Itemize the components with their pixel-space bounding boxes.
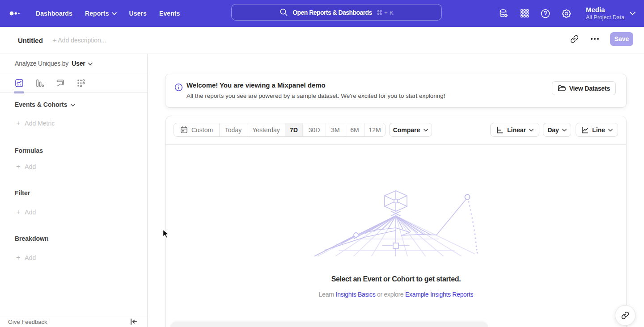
bar-chart-icon (35, 79, 44, 88)
chevron-down-icon (529, 129, 534, 132)
add-breakdown-button[interactable]: + Add (16, 252, 36, 263)
project-scope: All Project Data (586, 14, 624, 21)
range-6m[interactable]: 6M (345, 123, 364, 136)
top-nav-items: Dashboards Reports Users Events (36, 0, 180, 27)
range-3m-label: 3M (331, 126, 339, 134)
add-filter-button[interactable]: + Add (16, 207, 36, 218)
range-today[interactable]: Today (220, 123, 247, 136)
add-formula-label: Add (25, 163, 36, 170)
range-30d[interactable]: 30D (303, 123, 326, 136)
plus-icon: + (16, 119, 20, 127)
search-shortcut: ⌘ + K (377, 9, 394, 16)
nav-reports-label: Reports (85, 10, 109, 17)
learn-label: Learn (319, 291, 336, 298)
range-today-label: Today (225, 126, 242, 134)
project-name: Media (586, 6, 624, 14)
add-formula-button[interactable]: + Add (16, 161, 36, 172)
plus-icon: + (16, 163, 20, 171)
analyze-by-control[interactable]: Analyze Uniques by User (15, 54, 93, 73)
filter-title-label: Filter (15, 189, 30, 197)
range-custom[interactable]: Custom (174, 123, 220, 136)
folder-open-icon (558, 85, 566, 92)
tab-retention-grid[interactable] (76, 79, 85, 88)
chevron-down-icon (424, 129, 428, 132)
chevron-down-icon (71, 104, 75, 107)
breakdown-section-title: Breakdown (15, 233, 48, 244)
range-3m[interactable]: 3M (326, 123, 345, 136)
chart-controls-row: Custom Today Yesterday 7D 30D 3M 6M 12M … (174, 123, 618, 137)
chart-card: Custom Today Yesterday 7D 30D 3M 6M 12M … (165, 116, 627, 327)
formulas-title-label: Formulas (15, 147, 43, 154)
compare-button[interactable]: Compare (389, 123, 432, 137)
range-yesterday[interactable]: Yesterday (247, 123, 285, 136)
chart-type-dropdown[interactable]: Line (576, 123, 618, 137)
collapse-sidebar-icon[interactable] (130, 316, 137, 327)
query-sidebar: Analyze Uniques by User (0, 54, 148, 327)
empty-state-illustration (311, 190, 481, 258)
data-management-icon[interactable] (493, 0, 514, 27)
global-search[interactable]: Open Reports & Dashboards ⌘ + K (231, 4, 442, 21)
search-icon (280, 8, 288, 17)
nav-events[interactable]: Events (159, 10, 180, 17)
add-filter-label: Add (25, 209, 36, 216)
view-datasets-button[interactable]: View Datasets (552, 81, 616, 95)
range-7d[interactable]: 7D (285, 123, 303, 136)
range-6m-label: 6M (350, 126, 359, 134)
divider (166, 144, 626, 145)
chevron-down-icon (562, 129, 567, 132)
settings-gear-icon[interactable] (556, 0, 577, 27)
apps-grid-icon[interactable] (514, 0, 535, 27)
date-range-picker: Custom Today Yesterday 7D 30D 3M 6M 12M (174, 123, 386, 137)
nav-dashboards-label: Dashboards (36, 10, 72, 17)
mixpanel-insights-app: Dashboards Reports Users Events Open Rep… (0, 0, 644, 327)
help-icon[interactable] (535, 0, 556, 27)
interval-dropdown[interactable]: Day (543, 123, 571, 137)
nav-reports[interactable]: Reports (85, 10, 117, 17)
or-explore-label: or explore (376, 291, 405, 298)
nav-dashboards[interactable]: Dashboards (36, 10, 72, 17)
breakdown-title-label: Breakdown (15, 235, 48, 242)
view-datasets-label: View Datasets (569, 85, 610, 92)
line-chart-icon (15, 79, 24, 88)
line-chart-type-icon (581, 126, 589, 134)
scale-label: Linear (507, 126, 526, 134)
search-label: Open Reports & Dashboards (292, 9, 372, 16)
bottom-panel-edge (170, 322, 488, 327)
chevron-down-icon (608, 129, 613, 132)
example-reports-link[interactable]: Example Insights Reports (405, 291, 473, 298)
dot-grid-icon (76, 79, 85, 88)
insights-basics-link[interactable]: Insights Basics (336, 291, 376, 298)
compare-label: Compare (393, 126, 420, 134)
chevron-down-icon (112, 12, 117, 15)
nav-users[interactable]: Users (129, 10, 147, 17)
banner-title: Welcome! You are viewing a Mixpanel demo (186, 81, 326, 89)
range-30d-label: 30D (309, 126, 320, 134)
range-12m[interactable]: 12M (364, 123, 385, 136)
project-switcher[interactable]: Media All Project Data (586, 6, 624, 21)
range-12m-label: 12M (369, 126, 381, 134)
scale-dropdown[interactable]: Linear (490, 123, 539, 137)
nav-users-label: Users (129, 10, 147, 17)
axis-scale-icon (496, 126, 504, 134)
add-metric-button[interactable]: + Add Metric (16, 118, 55, 129)
save-button[interactable]: Save (610, 32, 633, 46)
range-custom-label: Custom (191, 126, 213, 134)
mixpanel-logo-icon[interactable] (9, 0, 21, 27)
interval-label: Day (547, 126, 559, 134)
tab-flows[interactable] (56, 79, 65, 88)
copy-link-icon[interactable] (567, 32, 581, 46)
report-description-placeholder[interactable]: + Add description... (53, 27, 106, 54)
give-feedback-link[interactable]: Give Feedback (8, 316, 47, 327)
range-7d-label: 7D (290, 126, 298, 134)
report-title[interactable]: Untitled (18, 27, 43, 54)
report-header: Untitled + Add description... Save (0, 27, 644, 54)
tab-bar-chart[interactable] (35, 79, 44, 88)
project-chevron-icon[interactable] (630, 12, 636, 15)
tab-insights-line[interactable] (15, 79, 24, 88)
nav-events-label: Events (159, 10, 180, 17)
visualization-tabs (15, 73, 85, 92)
metrics-section-title[interactable]: Events & Cohorts (15, 99, 75, 110)
plus-icon: + (16, 208, 20, 216)
more-options-icon[interactable] (588, 32, 602, 46)
share-link-fab[interactable] (615, 305, 636, 326)
